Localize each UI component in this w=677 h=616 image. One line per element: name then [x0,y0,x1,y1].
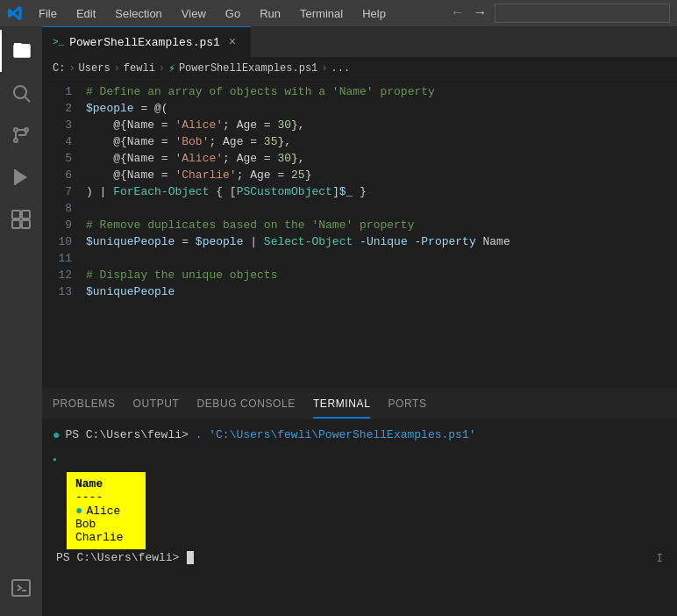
ps-file-icon: >_ [53,37,64,47]
svg-point-3 [14,128,18,132]
svg-rect-11 [22,220,30,228]
terminal-prompt-1: PS C:\Users\fewli> [65,426,195,444]
svg-point-4 [14,139,18,142]
code-line-11: 11 [42,250,677,267]
output-row-alice: ● Alice [75,504,137,518]
breadcrumb-users: Users [79,62,110,75]
svg-line-2 [25,97,31,103]
output-divider: ---- [75,491,137,504]
vscode-logo-icon [7,5,23,21]
breadcrumb-ps-icon: ⚡ [168,61,175,75]
tab-terminal[interactable]: TERMINAL [313,390,370,419]
tab-close-button[interactable]: × [225,35,239,49]
search-activity-icon[interactable] [0,72,42,114]
explorer-activity-icon[interactable] [0,30,42,72]
extensions-activity-icon[interactable] [0,198,42,240]
code-line-7: 7 ) | ForEach-Object { [PSCustomObject]$… [42,183,677,200]
menu-bar: File Edit Selection View Go Run Terminal… [0,0,677,26]
terminal-command-1: . 'C:\Users\fewli\PowerShellExamples.ps1… [196,426,476,444]
svg-rect-9 [22,211,30,218]
code-line-6: 6 @{Name = 'Charlie'; Age = 25} [42,167,677,183]
terminal-line-1: ● PS C:\Users\fewli> . 'C:\Users\fewli\P… [53,426,666,444]
code-editor[interactable]: 1 # Define an array of objects with a 'N… [42,80,677,388]
main-layout: >_ PowerShellExamples.ps1 × C: › Users ›… [0,26,677,616]
code-line-2: 2 $people = @( [42,100,677,117]
breadcrumb: C: › Users › fewli › ⚡ PowerShellExample… [42,57,677,80]
menu-terminal[interactable]: Terminal [296,5,346,22]
code-line-9: 9 # Remove duplicates based on the 'Name… [42,217,677,233]
svg-rect-10 [12,220,20,228]
breadcrumb-c: C: [53,62,65,75]
breadcrumb-filename: PowerShellExamples.ps1 [179,62,317,75]
svg-rect-8 [12,211,20,218]
menu-bar-right: ← → [450,4,670,23]
code-line-8: 8 [42,200,677,217]
output-row-charlie: Charlie [75,531,137,544]
run-debug-activity-icon[interactable] [0,156,42,198]
terminal-output-table: Name ---- ● Alice Bob Charlie [67,472,146,549]
terminal-activity-icon[interactable] [0,567,42,609]
tab-debug-console[interactable]: DEBUG CONSOLE [196,390,296,419]
output-row-bob: Bob [75,518,137,531]
breadcrumb-fewli: fewli [124,62,155,75]
terminal-prompt-2: PS C:\Users\fewli> [56,551,186,564]
terminal-content[interactable]: ● PS C:\Users\fewli> . 'C:\Users\fewli\P… [42,419,677,616]
output-header: Name [75,477,137,491]
svg-marker-6 [15,169,27,185]
search-input[interactable] [495,4,670,23]
code-line-1: 1 # Define an array of objects with a 'N… [42,83,677,100]
activity-bar [0,26,42,616]
panel-area: PROBLEMS OUTPUT DEBUG CONSOLE TERMINAL P… [42,388,677,616]
menu-file[interactable]: File [35,5,61,22]
code-line-5: 5 @{Name = 'Alice'; Age = 30}, [42,150,677,167]
terminal-bullet-1: ● [53,426,60,444]
nav-back-button[interactable]: ← [450,4,466,23]
terminal-cursor-icon: I [656,551,663,564]
code-line-13: 13 $uniquePeople [42,283,677,300]
tab-problems[interactable]: PROBLEMS [53,390,116,419]
menu-run[interactable]: Run [256,5,284,22]
breadcrumb-ellipsis: ... [331,62,351,75]
code-line-3: 3 @{Name = 'Alice'; Age = 30}, [42,117,677,133]
nav-forward-button[interactable]: → [472,4,488,23]
tab-ports[interactable]: PORTS [388,390,426,419]
panel-tabs: PROBLEMS OUTPUT DEBUG CONSOLE TERMINAL P… [42,389,677,419]
terminal-cursor-line: PS C:\Users\fewli> I [53,551,666,564]
tab-powershellexamples[interactable]: >_ PowerShellExamples.ps1 × [42,26,251,57]
terminal-bullet-small: ● [53,451,57,469]
code-line-10: 10 $uniquePeople = $people | Select-Obje… [42,233,677,250]
menu-view[interactable]: View [178,5,210,22]
tab-label: PowerShellExamples.ps1 [69,36,220,49]
source-control-activity-icon[interactable] [0,114,42,156]
menu-selection[interactable]: Selection [111,5,165,22]
tab-output[interactable]: OUTPUT [133,390,180,419]
terminal-cursor [187,551,194,564]
terminal-line-empty: ● [53,446,666,469]
svg-point-1 [14,86,26,98]
editor-area: >_ PowerShellExamples.ps1 × C: › Users ›… [42,26,677,616]
code-line-4: 4 @{Name = 'Bob'; Age = 35}, [42,133,677,150]
tab-bar: >_ PowerShellExamples.ps1 × [42,26,677,57]
menu-go[interactable]: Go [222,5,244,22]
menu-edit[interactable]: Edit [73,5,99,22]
code-line-12: 12 # Display the unique objects [42,267,677,283]
menu-help[interactable]: Help [359,5,389,22]
